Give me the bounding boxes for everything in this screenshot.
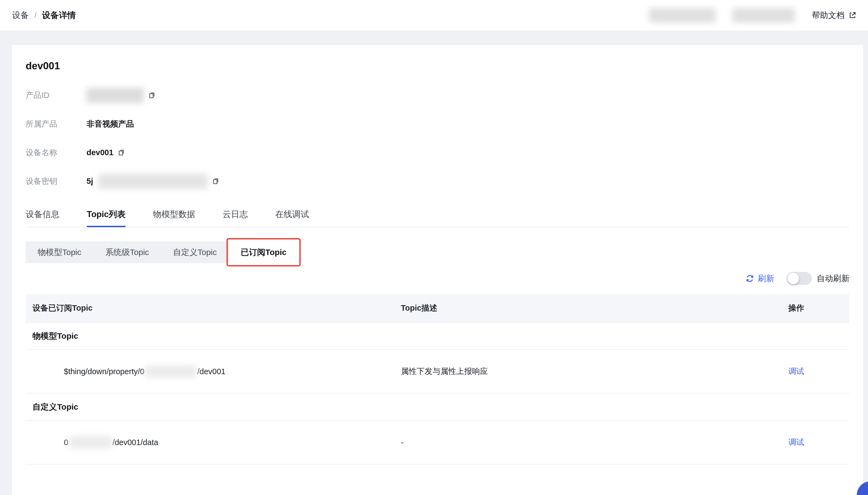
topbar: 设备 / 设备详情 帮助文档 <box>0 0 868 31</box>
topic-prefix: 0 <box>64 438 68 447</box>
topic-cell: $thing/down/property/0 /dev001 <box>26 365 401 378</box>
tab-device-info[interactable]: 设备信息 <box>26 209 60 227</box>
topic-suffix: /dev001/data <box>113 438 158 447</box>
subscribed-topics-table: 设备已订阅Topic Topic描述 操作 物模型Topic $thing/do… <box>26 294 849 464</box>
device-detail-tabs: 设备信息 Topic列表 物模型数据 云日志 在线调试 <box>26 209 849 227</box>
topbar-right: 帮助文档 <box>649 8 856 23</box>
device-name-label: 设备名称 <box>26 147 86 158</box>
help-docs-link[interactable]: 帮助文档 <box>812 10 856 21</box>
topic-suffix: /dev001 <box>197 367 226 376</box>
column-header-topic: 设备已订阅Topic <box>26 303 401 314</box>
tab-thing-model-data[interactable]: 物模型数据 <box>153 209 195 227</box>
field-product-id: 产品ID <box>26 81 849 109</box>
copy-icon <box>118 149 125 156</box>
device-secret-prefix: 5j <box>86 177 93 186</box>
device-secret-redacted-value <box>99 174 208 189</box>
auto-refresh-label: 自动刷新 <box>817 273 849 284</box>
breadcrumb: 设备 / 设备详情 <box>12 10 76 21</box>
device-secret-label: 设备密钥 <box>26 176 86 187</box>
device-title: dev001 <box>26 60 849 72</box>
auto-refresh-toggle[interactable] <box>787 272 812 285</box>
copy-device-name-button[interactable] <box>118 149 125 156</box>
field-device-secret: 设备密钥 5j <box>26 167 849 195</box>
breadcrumb-devices-link[interactable]: 设备 <box>12 10 29 21</box>
topic-type-subtabs: 物模型Topic 系统级Topic 自定义Topic 已订阅Topic <box>26 241 299 263</box>
help-docs-label: 帮助文档 <box>812 10 845 21</box>
toggle-knob <box>787 273 799 284</box>
product-id-redacted-value <box>86 88 144 103</box>
refresh-button[interactable]: 刷新 <box>745 273 774 284</box>
group-row-custom-topic: 自定义Topic <box>26 394 849 421</box>
device-fields: 产品ID 所属产品 非音视频产品 设备名称 dev001 <box>26 81 849 195</box>
product-value: 非音视频产品 <box>86 119 134 130</box>
table-row: 0 /dev001/data - 调试 <box>26 421 849 464</box>
debug-link[interactable]: 调试 <box>788 438 804 446</box>
subtab-custom-topic[interactable]: 自定义Topic <box>161 241 229 263</box>
column-header-actions: 操作 <box>788 303 849 314</box>
subtab-system-topic[interactable]: 系统级Topic <box>93 241 161 263</box>
topic-prefix: $thing/down/property/0 <box>64 367 144 376</box>
product-label: 所属产品 <box>26 119 86 130</box>
product-id-label: 产品ID <box>26 90 86 101</box>
field-device-name: 设备名称 dev001 <box>26 138 849 167</box>
copy-device-secret-button[interactable] <box>212 177 219 185</box>
table-toolbar: 刷新 自动刷新 <box>26 270 849 287</box>
copy-icon <box>148 92 155 99</box>
breadcrumb-current-page: 设备详情 <box>42 10 76 21</box>
field-product: 所属产品 非音视频产品 <box>26 109 849 138</box>
redacted-account-item <box>649 8 716 23</box>
tab-online-debug[interactable]: 在线调试 <box>275 209 309 227</box>
group-row-thing-model-topic: 物模型Topic <box>26 323 849 350</box>
redacted-account-item <box>732 8 795 23</box>
topic-redacted-product-id <box>69 436 112 449</box>
topic-redacted-product-id <box>145 365 197 378</box>
subtab-thing-model-topic[interactable]: 物模型Topic <box>26 241 93 263</box>
topic-description-cell: 属性下发与属性上报响应 <box>401 366 788 377</box>
breadcrumb-separator: / <box>34 11 37 20</box>
subtab-subscribed-topic[interactable]: 已订阅Topic <box>229 241 299 263</box>
table-row: $thing/down/property/0 /dev001 属性下发与属性上报… <box>26 350 849 394</box>
topic-description-cell: - <box>401 438 788 447</box>
tab-cloud-log[interactable]: 云日志 <box>222 209 248 227</box>
copy-product-id-button[interactable] <box>148 92 155 99</box>
device-name-value: dev001 <box>86 148 113 157</box>
debug-link[interactable]: 调试 <box>788 367 804 376</box>
refresh-icon <box>745 274 754 283</box>
external-link-icon <box>848 11 856 19</box>
tab-topic-list[interactable]: Topic列表 <box>87 209 126 227</box>
device-detail-card: dev001 产品ID 所属产品 非音视频产品 设备名称 dev001 <box>12 45 863 495</box>
column-header-description: Topic描述 <box>401 303 788 314</box>
table-header-row: 设备已订阅Topic Topic描述 操作 <box>26 294 849 323</box>
subtab-subscribed-topic-label: 已订阅Topic <box>241 247 286 258</box>
refresh-label: 刷新 <box>758 273 774 284</box>
copy-icon <box>212 177 219 185</box>
topic-cell: 0 /dev001/data <box>26 436 401 449</box>
